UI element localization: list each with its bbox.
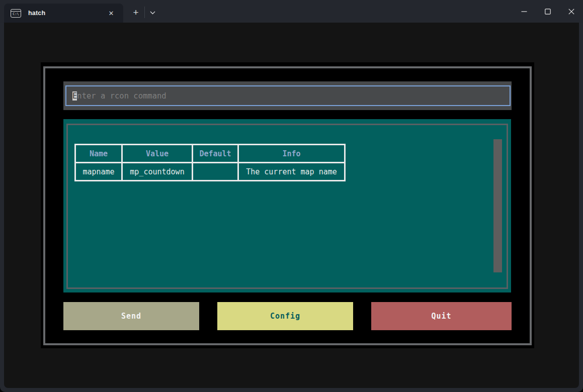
cell-info: The current map name — [238, 163, 345, 181]
column-header-name: Name — [75, 145, 122, 163]
text-cursor: E — [72, 91, 77, 101]
config-button[interactable]: Config — [217, 302, 353, 330]
terminal-content: Enter a rcon command Name Value Default … — [4, 23, 579, 388]
terminal-window: C:\ hatch ✕ + — [0, 0, 583, 392]
tab-hatch[interactable]: C:\ hatch ✕ — [4, 4, 123, 23]
chevron-down-icon — [150, 11, 155, 15]
cell-name: mapname — [75, 163, 122, 181]
cell-default — [193, 163, 238, 181]
cvar-table: Name Value Default Info mapname mp_count… — [74, 144, 346, 181]
table-header-row: Name Value Default Info — [75, 145, 345, 163]
minimize-button[interactable] — [513, 0, 536, 23]
column-header-value: Value — [122, 145, 193, 163]
rcon-app-screen: Enter a rcon command Name Value Default … — [41, 62, 534, 348]
close-icon — [568, 9, 574, 15]
cell-value: mp_countdown — [122, 163, 193, 181]
tab-title: hatch — [28, 10, 45, 17]
plus-icon: + — [133, 7, 138, 18]
table-row[interactable]: mapname mp_countdown The current map nam… — [75, 163, 345, 181]
maximize-button[interactable] — [536, 0, 559, 23]
column-header-default: Default — [193, 145, 238, 163]
new-tab-button[interactable]: + — [127, 4, 145, 22]
send-button[interactable]: Send — [63, 302, 199, 330]
minimize-icon — [521, 9, 527, 15]
cvar-panel: Name Value Default Info mapname mp_count… — [63, 119, 511, 292]
scrollbar[interactable] — [493, 139, 502, 272]
column-header-info: Info — [238, 145, 345, 163]
terminal-icon: C:\ — [11, 9, 21, 18]
close-window-button[interactable] — [560, 0, 583, 23]
tab-close-icon[interactable]: ✕ — [104, 4, 118, 23]
input-placeholder: nter a rcon command — [77, 91, 166, 101]
tab-dropdown-button[interactable] — [145, 4, 160, 22]
rcon-input-container: Enter a rcon command — [63, 81, 512, 110]
terminal-icon-glyph: C:\ — [11, 12, 21, 17]
rcon-command-input[interactable]: Enter a rcon command — [65, 85, 511, 106]
maximize-icon — [545, 9, 551, 15]
titlebar: C:\ hatch ✕ + — [0, 0, 583, 23]
quit-button[interactable]: Quit — [371, 302, 512, 330]
